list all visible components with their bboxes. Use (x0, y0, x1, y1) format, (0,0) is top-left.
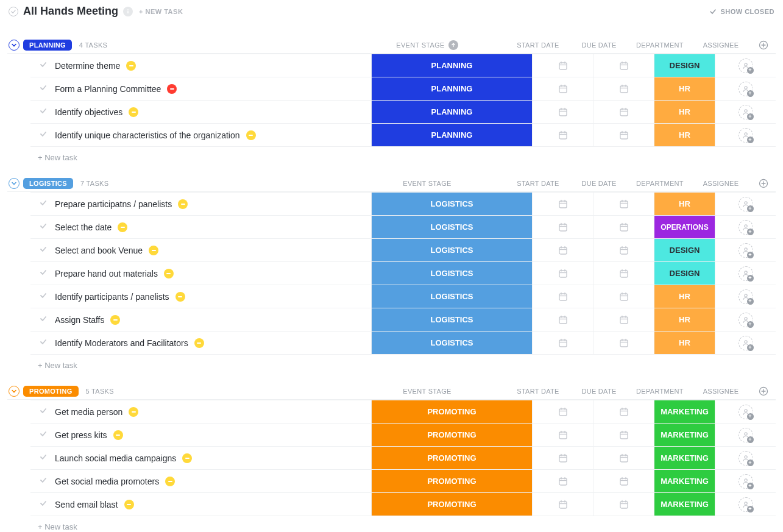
department-cell[interactable]: DESIGN (654, 54, 715, 77)
task-row[interactable]: Identify participants / panelistsLOGISTI… (30, 285, 776, 308)
start-date-cell[interactable] (532, 54, 593, 77)
event-stage-cell[interactable]: PROMOTING (371, 424, 532, 446)
assignee-placeholder-icon[interactable]: + (739, 451, 753, 466)
priority-flag-icon[interactable] (178, 199, 188, 209)
complete-checkbox[interactable] (38, 83, 49, 94)
task-row[interactable]: Prepare hand out materialsLOGISTICSDESIG… (30, 262, 776, 285)
task-title[interactable]: Form a Planning Committee (55, 84, 161, 94)
assignee-cell[interactable]: + (715, 332, 776, 354)
complete-checkbox[interactable] (38, 60, 49, 71)
task-title[interactable]: Get social media promoters (55, 477, 159, 486)
add-column-button[interactable] (751, 179, 776, 188)
task-row[interactable]: Send email blastPROMOTINGMARKETING+ (30, 493, 776, 516)
priority-flag-icon[interactable] (118, 222, 127, 232)
start-date-cell[interactable] (532, 332, 593, 354)
due-date-cell[interactable] (593, 124, 654, 146)
start-date-cell[interactable] (532, 216, 593, 238)
event-stage-cell[interactable]: PLANNING (371, 77, 532, 100)
department-cell[interactable]: HR (654, 193, 715, 215)
col-header-start[interactable]: START DATE (508, 180, 569, 187)
assignee-placeholder-icon[interactable]: + (739, 497, 753, 512)
complete-checkbox[interactable] (38, 430, 49, 440)
priority-flag-icon[interactable] (110, 315, 120, 325)
event-stage-cell[interactable]: LOGISTICS (371, 285, 532, 308)
assignee-cell[interactable]: + (715, 193, 776, 215)
col-header-department[interactable]: DEPARTMENT (629, 180, 690, 187)
list-status-icon[interactable] (9, 7, 18, 16)
complete-checkbox[interactable] (38, 291, 49, 302)
due-date-cell[interactable] (593, 77, 654, 100)
new-task-row[interactable]: + New task (30, 355, 776, 372)
complete-checkbox[interactable] (38, 199, 49, 209)
assignee-placeholder-icon[interactable]: + (739, 313, 753, 327)
task-title[interactable]: Get press kits (55, 430, 107, 440)
priority-flag-icon[interactable] (149, 246, 158, 255)
assignee-placeholder-icon[interactable]: + (739, 336, 753, 350)
due-date-cell[interactable] (593, 447, 654, 469)
task-main[interactable]: Launch social media campaigns (30, 447, 371, 469)
collapse-toggle[interactable] (9, 386, 19, 397)
assignee-cell[interactable]: + (715, 285, 776, 308)
task-main[interactable]: Assign Staffs (30, 308, 371, 331)
task-main[interactable]: Identify objectives (30, 101, 371, 123)
event-stage-cell[interactable]: PROMOTING (371, 470, 532, 492)
task-row[interactable]: Prepare participatns / panelistsLOGISTIC… (30, 193, 776, 216)
sort-asc-icon[interactable] (448, 40, 458, 50)
start-date-cell[interactable] (532, 447, 593, 469)
assignee-cell[interactable]: + (715, 400, 776, 423)
task-title[interactable]: Identify participants / panelists (55, 292, 169, 302)
task-title[interactable]: Assign Staffs (55, 315, 104, 325)
task-row[interactable]: Identify Moderators and FacilitatorsLOGI… (30, 332, 776, 355)
start-date-cell[interactable] (532, 493, 593, 516)
due-date-cell[interactable] (593, 400, 654, 423)
event-stage-cell[interactable]: LOGISTICS (371, 239, 532, 261)
complete-checkbox[interactable] (38, 476, 49, 486)
task-main[interactable]: Identify unique characteristics of the o… (30, 124, 371, 146)
assignee-placeholder-icon[interactable]: + (739, 266, 753, 281)
task-row[interactable]: Determine themePLANNINGDESIGN+ (30, 54, 776, 77)
task-row[interactable]: Identify objectivesPLANNINGHR+ (30, 101, 776, 124)
assignee-placeholder-icon[interactable]: + (739, 243, 753, 258)
due-date-cell[interactable] (593, 262, 654, 285)
task-row[interactable]: Select the dateLOGISTICSOPERATIONS+ (30, 216, 776, 239)
group-pill[interactable]: PLANNING (23, 40, 72, 51)
assignee-placeholder-icon[interactable]: + (739, 220, 753, 235)
event-stage-cell[interactable]: LOGISTICS (371, 216, 532, 238)
task-row[interactable]: Get press kitsPROMOTINGMARKETING+ (30, 424, 776, 447)
assignee-placeholder-icon[interactable]: + (739, 128, 753, 143)
assignee-placeholder-icon[interactable]: + (739, 197, 753, 211)
task-main[interactable]: Get media person (30, 400, 371, 423)
start-date-cell[interactable] (532, 308, 593, 331)
new-task-row[interactable]: + New task (30, 516, 776, 532)
task-main[interactable]: Get press kits (30, 424, 371, 446)
priority-flag-icon[interactable] (113, 430, 123, 440)
task-title[interactable]: Select the date (55, 222, 112, 232)
assignee-cell[interactable]: + (715, 216, 776, 238)
complete-checkbox[interactable] (38, 314, 49, 325)
event-stage-cell[interactable]: LOGISTICS (371, 193, 532, 215)
priority-flag-icon[interactable] (129, 407, 138, 417)
start-date-cell[interactable] (532, 239, 593, 261)
group-pill[interactable]: PROMOTING (23, 386, 79, 397)
department-cell[interactable]: MARKETING (654, 493, 715, 516)
task-row[interactable]: Select and book VenueLOGISTICSDESIGN+ (30, 239, 776, 262)
assignee-placeholder-icon[interactable]: + (739, 428, 753, 442)
task-main[interactable]: Select the date (30, 216, 371, 238)
department-cell[interactable]: HR (654, 332, 715, 354)
complete-checkbox[interactable] (38, 245, 49, 255)
start-date-cell[interactable] (532, 424, 593, 446)
task-main[interactable]: Determine theme (30, 54, 371, 77)
start-date-cell[interactable] (532, 400, 593, 423)
col-header-start[interactable]: START DATE (508, 388, 569, 395)
col-header-stage[interactable]: EVENT STAGE (347, 388, 508, 395)
task-title[interactable]: Launch social media campaigns (55, 453, 176, 463)
due-date-cell[interactable] (593, 216, 654, 238)
priority-flag-icon[interactable] (182, 453, 192, 463)
task-main[interactable]: Prepare hand out materials (30, 262, 371, 285)
assignee-placeholder-icon[interactable]: + (739, 405, 753, 419)
complete-checkbox[interactable] (38, 499, 49, 509)
assignee-cell[interactable]: + (715, 470, 776, 492)
priority-flag-icon[interactable] (194, 338, 204, 348)
start-date-cell[interactable] (532, 262, 593, 285)
task-main[interactable]: Identify participants / panelists (30, 285, 371, 308)
